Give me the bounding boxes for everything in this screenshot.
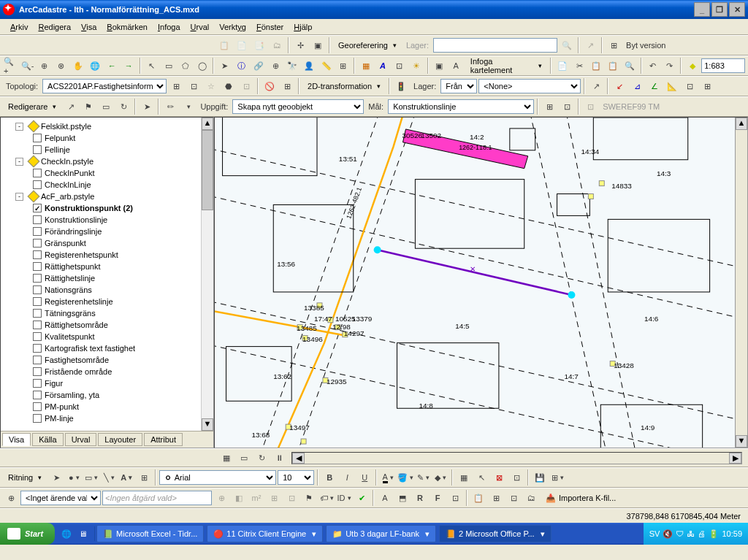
menu-arkiv[interactable]: Arkiv	[6, 21, 32, 33]
redo-icon[interactable]: ↷	[662, 58, 677, 74]
zoom-fixed-icon[interactable]: ⊕	[37, 58, 52, 74]
tool-icon[interactable]: ⊞	[266, 490, 282, 506]
pointer-icon[interactable]: ➤	[139, 99, 155, 115]
taskbar-item[interactable]: 📙2 Microsoft Office P...▾	[439, 525, 552, 542]
checkbox[interactable]	[33, 239, 42, 248]
mal-select[interactable]: Konstruktionslinje	[388, 99, 534, 114]
zoom-out-icon[interactable]: 🔍-	[20, 58, 35, 74]
text-a-icon[interactable]: A	[118, 469, 134, 486]
pause-icon[interactable]: ⏸	[271, 450, 287, 466]
tool-icon[interactable]: 📄	[234, 37, 250, 53]
desktop-icon[interactable]: 🖥	[75, 526, 90, 541]
tool-icon[interactable]: ↗	[582, 37, 598, 53]
tray-icon[interactable]: 🔋	[709, 529, 719, 539]
tool-icon[interactable]: ↖	[473, 469, 489, 486]
italic-icon[interactable]: I	[339, 469, 355, 486]
uppgift-select[interactable]: Skapa nytt geoobjekt	[232, 99, 364, 114]
id-dropdown[interactable]: ID	[336, 490, 352, 506]
tool-icon[interactable]: 🏷	[318, 490, 335, 506]
tree-item[interactable]: Figur	[2, 377, 199, 389]
taskbar-item[interactable]: 📗Microsoft Excel - Tidr...	[96, 525, 204, 542]
menu-infoga[interactable]: Infoga	[153, 21, 185, 33]
zoom-full-icon[interactable]: ⊗	[53, 58, 69, 74]
tool-icon[interactable]: A	[449, 58, 464, 74]
tool-icon[interactable]: ⬣	[221, 78, 237, 94]
lang-indicator[interactable]: SV	[649, 529, 660, 538]
tool-icon[interactable]: ✢	[292, 37, 308, 53]
taskbar-item[interactable]: 📁Utb 3 dagar LF-bank▾	[326, 525, 436, 542]
tool-icon[interactable]: ▣	[310, 37, 326, 53]
checkbox[interactable]	[33, 332, 42, 341]
pencil-icon[interactable]: ✏	[162, 99, 178, 115]
tree-item[interactable]: Förändringslinje	[2, 226, 199, 237]
select-nw-icon[interactable]: ↖	[144, 58, 159, 74]
tool-icon[interactable]: ⊡	[238, 78, 254, 94]
tool-icon[interactable]: 📋	[216, 37, 232, 53]
ritning-dropdown[interactable]: Ritning	[3, 469, 47, 486]
tree-item[interactable]: Församling, yta	[2, 389, 199, 401]
tree-item[interactable]: Tätningsgräns	[2, 307, 199, 319]
underline-icon[interactable]: U	[356, 469, 373, 486]
tool-icon[interactable]: ⊕	[213, 490, 229, 506]
tool-icon[interactable]: ⊞	[699, 78, 715, 94]
tool-r-icon[interactable]: R	[412, 490, 428, 506]
tool-icon[interactable]: ☆	[203, 78, 219, 94]
toc-tree[interactable]: -Felskikt.pstyleFelpunktFellinje-CheckIn…	[1, 118, 201, 431]
tool-icon[interactable]: ↙	[611, 78, 627, 94]
toc-tab-källa[interactable]: Källa	[32, 433, 63, 446]
pan-icon[interactable]: ✋	[70, 58, 85, 74]
tree-item[interactable]: Registerenhetslinje	[2, 296, 199, 307]
checkbox[interactable]	[33, 134, 42, 142]
sun-icon[interactable]: ☀	[409, 58, 424, 74]
tool-icon[interactable]: ⊡	[508, 469, 524, 486]
refresh-icon[interactable]: ↻	[253, 450, 270, 466]
map-vscroll[interactable]: ▲ ▼	[735, 118, 747, 448]
font-select[interactable]: ⭘ Arial	[159, 470, 276, 485]
data-view-icon[interactable]: ▦	[218, 450, 234, 466]
ie-icon[interactable]: 🌐	[59, 526, 74, 541]
tree-item[interactable]: Kvalitetspunkt	[2, 331, 199, 342]
pencil-dropdown[interactable]	[180, 99, 196, 115]
infoga-kartelement-dropdown[interactable]: Infoga kartelement	[465, 58, 548, 74]
toc-tab-urval[interactable]: Urval	[65, 433, 97, 446]
tool-icon[interactable]: ⊡	[186, 78, 202, 94]
tree-item[interactable]: Konstruktionspunkt (2)	[2, 202, 199, 214]
tree-item[interactable]: Gränspunkt	[2, 237, 199, 249]
checkbox[interactable]	[33, 227, 42, 236]
transform-dropdown[interactable]: 2D-transformation	[302, 78, 386, 94]
tool-icon[interactable]: 🗂	[523, 490, 539, 506]
select-circle-icon[interactable]: ◯	[194, 58, 210, 74]
tool-icon[interactable]: ⊕	[268, 58, 283, 74]
tool-icon[interactable]: ⊡	[582, 99, 598, 115]
paste-icon[interactable]: 📋	[606, 58, 621, 74]
tree-item[interactable]: PM-punkt	[2, 401, 199, 413]
copy-icon[interactable]: 📋	[589, 58, 604, 74]
lager-none-select[interactable]: <None>	[478, 79, 581, 93]
font-a-icon[interactable]: A	[375, 58, 390, 74]
tool-icon[interactable]: ⊠	[491, 469, 507, 486]
checkbox[interactable]	[33, 215, 42, 224]
tool-icon[interactable]: 🔍	[559, 37, 575, 53]
tool-icon[interactable]: ▣	[432, 58, 447, 74]
tree-item[interactable]: Konstruktionslinje	[2, 214, 199, 226]
minimize-button[interactable]: _	[694, 2, 710, 17]
checkbox[interactable]	[33, 274, 42, 283]
tool-icon[interactable]: ⚑	[80, 99, 96, 115]
tool-icon[interactable]: ◧	[231, 490, 247, 506]
tool-icon[interactable]: ⊞	[168, 78, 184, 94]
tree-group[interactable]: -Felskikt.pstyle	[2, 120, 199, 132]
layout-view-icon[interactable]: ▭	[236, 450, 252, 466]
save-icon[interactable]: 💾	[532, 469, 548, 486]
fontsize-select[interactable]: 10	[278, 470, 314, 485]
start-button[interactable]: Start	[0, 523, 55, 545]
undo-icon[interactable]: ↶	[645, 58, 660, 74]
bold-icon[interactable]: B	[321, 469, 337, 486]
clock[interactable]: 10:59	[722, 529, 742, 538]
checkbox[interactable]	[33, 367, 42, 376]
arende-select[interactable]: <Inget ärende valt>	[20, 491, 101, 505]
tool-icon[interactable]: ⊡	[447, 490, 463, 506]
checkbox[interactable]	[33, 169, 42, 177]
tree-item[interactable]: Felpunkt	[2, 132, 199, 144]
tool-icon[interactable]: ∠	[646, 78, 663, 94]
fill-color-icon[interactable]: 🪣	[397, 469, 413, 486]
